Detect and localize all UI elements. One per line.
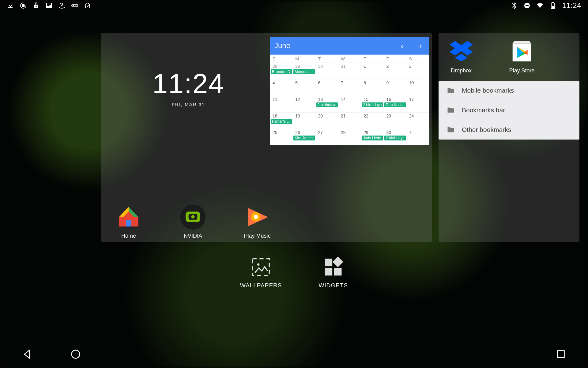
- calendar-widget[interactable]: June ‹ › SMTWTFS 28Brandon D29Memorial I…: [270, 37, 429, 145]
- app-label: Home: [110, 233, 147, 239]
- calendar-day-cell[interactable]: 31: [338, 63, 361, 79]
- calendar-day-cell[interactable]: 1: [407, 129, 429, 145]
- calendar-day-cell[interactable]: 16Dan Kurtzn: [384, 96, 406, 112]
- calendar-day-cell[interactable]: 26Kim Jones: [293, 129, 315, 145]
- bookmark-label: Mobile bookmarks: [462, 87, 514, 94]
- calendar-event[interactable]: Kim Jones: [293, 136, 315, 140]
- calendar-day-number: 3: [407, 64, 429, 69]
- calendar-day-cell[interactable]: 30: [316, 63, 338, 79]
- calendar-event[interactable]: 2 birthdays: [384, 136, 406, 140]
- calendar-dow-cell: W: [338, 56, 361, 61]
- app-dropbox[interactable]: Dropbox: [448, 38, 475, 74]
- calendar-day-cell[interactable]: 25: [270, 129, 293, 145]
- calendar-day-cell[interactable]: 18Father's Da: [270, 112, 293, 129]
- calendar-dow-cell: T: [316, 56, 338, 61]
- calendar-day-cell[interactable]: 2: [384, 63, 406, 79]
- calendar-week-row: 2526Kim Jones272829Judy Hedd302 birthday…: [270, 129, 429, 145]
- nav-bar: [0, 342, 588, 368]
- calendar-next-button[interactable]: ›: [416, 41, 425, 51]
- app-play-music[interactable]: Play Music: [239, 204, 276, 239]
- calendar-day-number: 23: [384, 113, 406, 118]
- calendar-day-cell[interactable]: 132 birthdays: [316, 96, 338, 112]
- bookmarks-widget[interactable]: Mobile bookmarksBookmarks barOther bookm…: [439, 81, 579, 140]
- home-panel-main[interactable]: 11:24 FRI, MAR 31 June ‹ › SMTWTFS 28Bra…: [101, 33, 432, 242]
- calendar-day-cell[interactable]: 17: [407, 96, 429, 112]
- calendar-day-cell[interactable]: 27: [316, 129, 338, 145]
- calendar-day-cell[interactable]: 10: [407, 79, 429, 96]
- nav-home-button[interactable]: [70, 348, 81, 361]
- calendar-day-number: 20: [316, 113, 338, 118]
- calendar-day-cell[interactable]: 14: [338, 96, 361, 112]
- bookmark-label: Bookmarks bar: [462, 106, 505, 114]
- calendar-day-cell[interactable]: 5: [293, 79, 315, 96]
- calendar-day-cell[interactable]: 28: [338, 129, 361, 145]
- calendar-day-number: 28: [338, 130, 361, 135]
- calendar-event[interactable]: Father's Da: [271, 119, 292, 124]
- calendar-event[interactable]: Memorial I: [293, 69, 315, 74]
- calendar-day-cell[interactable]: 22: [361, 112, 384, 129]
- calendar-day-number: 28: [270, 64, 293, 69]
- nav-back-button[interactable]: [21, 348, 33, 361]
- calendar-month: June: [274, 41, 398, 50]
- svg-rect-3: [526, 5, 529, 6]
- home-panel-side[interactable]: DropboxPlay Store Mobile bookmarksBookma…: [439, 33, 579, 242]
- calendar-day-number: 26: [293, 130, 315, 135]
- calendar-day-cell[interactable]: 21: [338, 112, 361, 129]
- calendar-day-cell[interactable]: 152 birthdays: [361, 96, 384, 112]
- app-row-side: DropboxPlay Store: [439, 33, 579, 74]
- calendar-event[interactable]: Dan Kurtzn: [384, 102, 406, 107]
- clock-widget[interactable]: 11:24 FRI, MAR 31: [136, 70, 240, 107]
- calendar-day-number: 13: [316, 97, 338, 102]
- calendar-day-cell[interactable]: 29Judy Hedd: [361, 129, 384, 145]
- calendar-day-cell[interactable]: 7: [338, 79, 361, 96]
- calendar-day-cell[interactable]: 6: [316, 79, 338, 96]
- calendar-day-number: 1: [407, 130, 429, 135]
- dropbox-icon: [448, 38, 475, 65]
- app-nvidia[interactable]: NVIDIA: [175, 204, 211, 239]
- calendar-day-cell[interactable]: 4: [270, 79, 293, 96]
- calendar-day-cell[interactable]: 29Memorial I: [293, 63, 315, 79]
- calendar-event[interactable]: 2 birthdays: [316, 102, 338, 107]
- clock-time: 11:24: [136, 70, 240, 98]
- calendar-day-cell[interactable]: 8: [361, 79, 384, 96]
- amazon-icon: [58, 2, 66, 9]
- calendar-day-cell[interactable]: 20: [316, 112, 338, 129]
- calendar-day-cell[interactable]: 9: [384, 79, 406, 96]
- home-preview-panels: 11:24 FRI, MAR 31 June ‹ › SMTWTFS 28Bra…: [101, 33, 588, 242]
- calendar-day-cell[interactable]: 23: [384, 112, 406, 129]
- calendar-day-cell[interactable]: 11: [270, 96, 293, 112]
- calendar-event[interactable]: Judy Hedd: [362, 136, 383, 140]
- calendar-day-cell[interactable]: 1: [361, 63, 384, 79]
- calendar-event[interactable]: Brandon D: [271, 69, 292, 74]
- calendar-event[interactable]: 2 birthdays: [362, 102, 383, 107]
- svg-rect-4: [552, 6, 554, 8]
- calendar-day-cell[interactable]: 302 birthdays: [384, 129, 406, 145]
- calendar-dow-cell: M: [293, 56, 315, 61]
- folder-icon: [447, 86, 455, 95]
- svg-point-10: [254, 215, 258, 219]
- calendar-day-number: 6: [316, 80, 338, 85]
- calendar-day-cell[interactable]: 28Brandon D: [270, 63, 293, 79]
- calendar-day-cell[interactable]: 3: [407, 63, 429, 79]
- lock-icon: [32, 2, 40, 9]
- calendar-dow-cell: S: [407, 56, 429, 61]
- bottom-actions: WALLPAPERS WIDGETS: [0, 256, 588, 289]
- calendar-day-cell[interactable]: 12: [293, 96, 315, 112]
- bookmark-folder[interactable]: Other bookmarks: [439, 120, 579, 140]
- app-label: Dropbox: [448, 67, 475, 74]
- app-home[interactable]: Home: [110, 204, 147, 239]
- widgets-button[interactable]: WIDGETS: [319, 256, 348, 289]
- wallpapers-button[interactable]: WALLPAPERS: [240, 256, 282, 289]
- nav-recents-button[interactable]: [555, 348, 567, 361]
- svg-point-8: [191, 215, 194, 218]
- calendar-day-cell[interactable]: 19: [293, 112, 315, 129]
- dnd-icon: [523, 2, 531, 9]
- calendar-prev-button[interactable]: ‹: [398, 41, 407, 51]
- app-play-store[interactable]: Play Store: [508, 38, 535, 74]
- bookmark-folder[interactable]: Mobile bookmarks: [439, 81, 579, 100]
- calendar-week-row: 45678910: [270, 79, 429, 96]
- calendar-day-cell[interactable]: 24: [407, 112, 429, 129]
- bookmark-folder[interactable]: Bookmarks bar: [439, 100, 579, 120]
- clock-date: FRI, MAR 31: [136, 102, 240, 107]
- svg-rect-19: [557, 351, 564, 358]
